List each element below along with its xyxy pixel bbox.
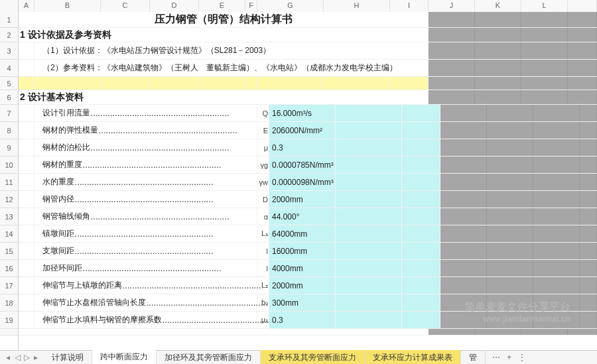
col-header-A[interactable]: A [19,0,34,12]
col-header-C[interactable]: C [101,0,150,12]
col-header-E[interactable]: E [199,0,245,12]
param-value[interactable]: 64000mm [269,225,336,242]
param-value[interactable]: 206000N/mm² [269,122,336,139]
param-symbol: Q [257,105,269,121]
param-value[interactable]: 300mm [269,294,336,311]
row-header-16[interactable]: 16 [0,260,18,277]
param-label: 伸缩节止水填料与钢管的摩擦系数………………………………………………… [34,312,257,328]
sheet-tab[interactable]: 跨中断面应力 [92,349,157,365]
param-symbol: l [257,260,269,276]
param-value[interactable]: 4000mm [269,260,336,276]
col-header-D[interactable]: D [150,0,199,12]
col-header-G[interactable]: G [257,0,324,12]
row-header-5[interactable]: 5 [0,77,18,90]
param-value[interactable]: 0.0000785N/mm³ [269,156,336,173]
tab-nav-prev[interactable]: ◁ [13,353,21,362]
param-symbol: b₀ [257,294,269,311]
param-label: 伸缩节止水盘根沿管轴向长度………………………………………………… [34,294,257,311]
sheet-tab[interactable]: 加径环及其旁管断面应力 [157,350,261,365]
col-header-B[interactable]: B [34,0,101,12]
col-header-L[interactable]: L [521,0,568,12]
sheet-tab-bar: ◂ ◁ ▷ ▸ 计算说明跨中断面应力加径环及其旁管断面应力支承环及其旁管断面应力… [0,350,597,364]
tab-nav-first[interactable]: ◂ [4,353,12,362]
row-header-2[interactable]: 2 [0,28,18,42]
param-symbol: l [257,243,269,259]
param-label: 镇墩间距………………………………………………… [34,225,257,242]
param-value[interactable]: 16.000m³/s [269,105,336,121]
row-header-6[interactable]: 6 [0,90,18,105]
param-value[interactable]: 0.3 [269,312,336,328]
section-2-head: 2 设计基本资料 [19,90,429,104]
tab-nav: ◂ ◁ ▷ ▸ [0,353,44,362]
param-label: 支墩间距………………………………………………… [34,243,257,259]
col-header-F[interactable]: F [245,0,257,12]
row-header-14[interactable]: 14 [0,225,18,243]
sheet-tab[interactable]: 计算说明 [44,350,92,365]
tab-nav-last[interactable]: ▸ [32,353,40,362]
column-headers: A B C D E F G H I J K L [0,0,597,12]
row-header-9[interactable]: 9 [0,139,18,156]
spreadsheet: A B C D E F G H I J K L 1 2 3 4 5 6 7 8 … [0,0,597,350]
param-value[interactable]: 16000mm [269,243,336,259]
row-header-3[interactable]: 3 [0,42,18,60]
section-1-head: 1 设计依据及参考资料 [19,28,429,42]
param-value[interactable]: 0.3 [269,139,336,156]
col-header-rest [568,0,597,12]
param-symbol: γg [257,156,269,173]
row-header-7[interactable]: 7 [0,105,18,122]
tabs: 计算说明跨中断面应力加径环及其旁管断面应力支承环及其旁管断面应力支承环应力计算成… [44,349,486,365]
param-symbol: μ [257,139,269,156]
param-label: 钢材的重度………………………………………………… [34,156,257,173]
row-header-17[interactable]: 17 [0,277,18,294]
sheet-tab[interactable]: 支承环及其旁管断面应力 [261,350,365,365]
row-header-18[interactable]: 18 [0,294,18,312]
param-label: 设计引用流量………………………………………………… [34,105,257,121]
sheet-tab[interactable]: 管 [461,350,486,365]
col-header-J[interactable]: J [429,0,475,12]
row-header-4[interactable]: 4 [0,60,18,77]
param-symbol: L₂ [257,277,269,294]
param-label: 钢材的弹性模量………………………………………………… [34,122,257,139]
cells[interactable]: 压力钢管（明管）结构计算书 1 设计依据及参考资料 （1）设计依据：《水电站压力… [19,12,597,350]
row-header-12[interactable]: 12 [0,191,18,208]
row-header-11[interactable]: 11 [0,174,18,191]
tab-nav-next[interactable]: ▷ [23,353,31,362]
param-value[interactable]: 2000mm [269,277,336,294]
param-symbol: γw [257,174,269,190]
row-header-19[interactable]: 19 [0,312,18,329]
row-header-8[interactable]: 8 [0,122,18,139]
tab-add-icon[interactable]: + [507,353,511,362]
param-label: 伸缩节与上镇墩的距离………………………………………………… [34,277,257,294]
param-symbol: E [257,122,269,139]
tab-more-icon[interactable]: ⋯ [492,353,500,362]
param-label: 加径环间距………………………………………………… [34,260,257,276]
design-basis-line: （1）设计依据：《水电站压力钢管设计规范》（SL281－2003） [34,42,429,59]
col-header-K[interactable]: K [475,0,521,12]
row-header-13[interactable]: 13 [0,208,18,225]
param-value[interactable]: 44.000° [269,208,336,225]
param-value[interactable]: 0.0000098N/mm³ [269,174,336,190]
sheet-tab[interactable]: 支承环应力计算成果表 [365,350,461,365]
row-header-blank [0,329,18,335]
row-header-15[interactable]: 15 [0,243,18,260]
param-symbol: D [257,191,269,208]
param-label: 钢管内径………………………………………………… [34,191,257,208]
col-header-H[interactable]: H [324,0,390,12]
doc-title: 压力钢管（明管）结构计算书 [19,12,429,27]
param-symbol: μ₁ [257,312,269,328]
param-label: 钢管轴线倾角………………………………………………… [34,208,257,225]
tab-menu-icon[interactable]: ⋮ [518,353,526,362]
reference-line: （2）参考资料：《水电站建筑物》（王树人 董毓新主编）、《水电站》（成都水力发电… [34,60,429,76]
row-header-1[interactable]: 1 [0,12,18,28]
col-header-I[interactable]: I [390,0,429,12]
row-header-10[interactable]: 10 [0,156,18,174]
param-symbol: L₁ [257,225,269,242]
row-headers: 1 2 3 4 5 6 7 8 9 10 11 12 13 14 15 16 1… [0,12,19,350]
select-all-corner[interactable] [0,0,19,12]
param-label: 水的重度………………………………………………… [34,174,257,190]
tab-actions: ⋯ + ⋮ [486,353,533,362]
param-value[interactable]: 2000mm [269,191,336,208]
param-symbol: α [257,208,269,225]
param-label: 钢材的泊松比………………………………………………… [34,139,257,156]
